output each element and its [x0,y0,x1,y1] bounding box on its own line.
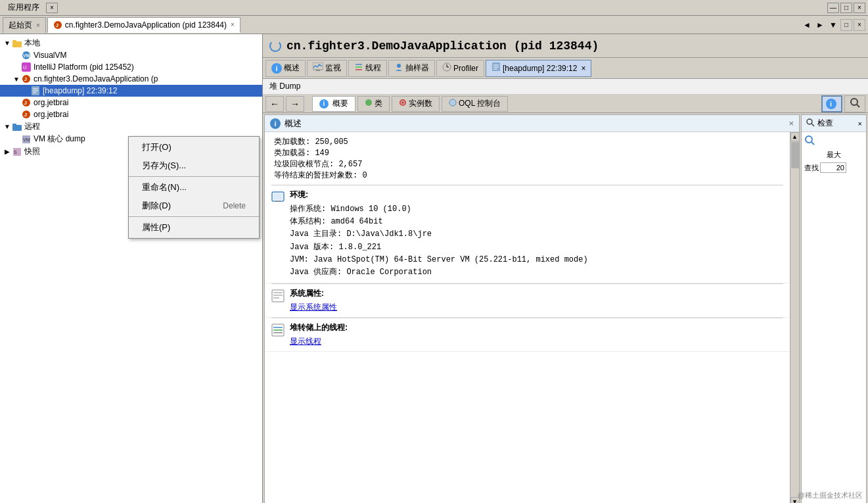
menu-item-open[interactable]: 打开(O) [129,138,259,156]
toolbar-btn-heapdump[interactable]: [heapdump] 22:39:12 × [486,60,591,77]
nav-restore-btn[interactable]: □ [840,19,852,31]
svg-point-42 [851,99,857,105]
svg-point-39 [401,101,404,104]
sys-props-title: 系统属性: [290,288,337,299]
menu-item-rename[interactable]: 重命名(N)... [129,178,259,197]
tab-app-icon: J [53,20,62,30]
search-btn[interactable] [844,95,865,112]
threads-section: 堆转储上的线程: 显示线程 [265,318,790,352]
nav-next-arrow[interactable]: ► [814,19,826,31]
window-maximize-btn[interactable]: □ [840,3,852,13]
sidebar-item-org2[interactable]: J org.jetbrai [0,108,262,120]
main-toolbar: i 概述 监视 线程 抽样器 [263,58,868,79]
app-title: cn.fighter3.DemoJavaApplication (pid 123… [286,39,599,53]
search-content: 最大 查找 [802,132,866,176]
org1-label: org.jetbrai [34,98,68,107]
tab-app[interactable]: J cn.fighter3.DemoJavaApplication (pid 1… [47,17,240,33]
env-arch-line: 体系结构: amd64 64bit [290,216,588,228]
sidebar-item-intellij[interactable]: IJ IntelliJ Platform (pid 125452) [0,61,262,73]
search-panel-close[interactable]: × [858,120,862,128]
info-btn[interactable]: i [821,95,842,112]
sampler-icon [394,62,403,74]
sidebar-item-local[interactable]: ▼ 本地 [0,37,262,49]
window-close-icon[interactable]: × [46,3,58,13]
toolbar-btn-profiler[interactable]: Profiler [436,60,484,77]
threads-icon [271,323,285,337]
watermark: @稀土掘金技术社区 [798,491,863,500]
context-menu: 打开(O) 另存为(S)... 重命名(N)... 删除(D) Delete 属… [128,136,260,239]
menu-sep1 [129,176,259,177]
sidebar-item-org1[interactable]: J org.jetbrai [0,97,262,108]
summary-tab-label: 概要 [332,98,348,109]
tab-btn-summary[interactable]: i 概要 [312,96,355,112]
search-find-row: 查找 [804,162,863,173]
tab-app-close[interactable]: × [231,21,235,28]
menu-delete-shortcut: Delete [223,201,246,210]
heapdump-tab-close[interactable]: × [581,64,585,73]
sys-props-section: 系统属性: 显示系统属性 [265,284,790,318]
top-tabbar: 起始页 × J cn.fighter3.DemoJavaApplication … [0,16,868,34]
thread-icon [354,62,363,74]
summary-header-icon: i [270,118,281,129]
menu-item-saveas[interactable]: 另存为(S)... [129,156,259,175]
org2-icon: J [21,109,32,120]
sys-props-link[interactable]: 显示系统属性 [290,302,337,312]
menu-delete-label: 删除(D) [142,200,171,212]
sidebar-item-visualvm[interactable]: VM VisualVM [0,49,262,61]
toolbar-btn-overview[interactable]: i 概述 [265,60,306,77]
stats-class-loader: 类加载器: 149 [274,147,781,158]
env-title: 环境: [290,189,588,201]
threads-content: 堆转储上的线程: 显示线程 [290,322,348,347]
summary-vscrollbar[interactable]: ▲ ▼ [790,132,799,503]
tab-start[interactable]: 起始页 × [3,17,46,33]
scroll-up-btn[interactable]: ▲ [790,132,800,141]
remote-label: 远程 [24,121,40,132]
window-close-btn[interactable]: × [854,3,865,13]
threads-link[interactable]: 显示线程 [290,337,321,346]
heapdump-tree-icon [30,85,41,96]
heapdump-tab-label: [heapdump] 22:39:12 [503,64,577,73]
toolbar-btn-thread[interactable]: 线程 [348,60,387,77]
sampler-label: 抽样器 [405,62,429,74]
monitor-label: 监视 [325,62,341,74]
search-find-label: 查找 [804,163,819,173]
env-section: 环境: 操作系统: Windows 10 (10.0) 体系结构: amd64 … [265,185,790,283]
forward-btn[interactable]: → [286,96,304,112]
tab-btn-class[interactable]: 类 [357,96,390,112]
summary-tab-icon: i [319,99,329,108]
tab-btn-oql[interactable]: OQL 控制台 [442,96,508,112]
svg-rect-47 [272,290,284,302]
summary-panel: i 概述 × 类加载数: 250,005 类加载器: 149 垃圾回收根节点: … [264,114,800,503]
menu-item-delete[interactable]: 删除(D) Delete [129,197,259,215]
menu-item-props[interactable]: 属性(P) [129,218,259,237]
sidebar-item-heapdump[interactable]: [heapdump] 22:39:12 [0,85,262,97]
nav-close-btn[interactable]: × [854,19,865,31]
summary-panel-title: 概述 [285,118,302,130]
toolbar-btn-sampler[interactable]: 抽样器 [388,60,435,77]
svg-rect-25 [316,70,320,71]
profiler-icon [442,62,451,74]
heapdump-tab-icon [491,62,501,74]
search-number-input[interactable] [820,162,846,173]
window-minimize-btn[interactable]: — [827,3,839,13]
sidebar-item-fighter3[interactable]: ▼ J cn.fighter3.DemoJavaApplication (p [0,73,262,85]
heapdump-label-text: 堆 Dump [269,82,300,91]
nav-prev-arrow[interactable]: ◄ [801,19,813,31]
back-arrow-icon: ← [270,99,279,109]
loading-spinner [269,40,281,52]
back-btn[interactable]: ← [265,96,284,112]
content-area: cn.fighter3.DemoJavaApplication (pid 123… [263,34,868,503]
overview-icon: i [271,63,282,74]
toolbar-btn-monitor[interactable]: 监视 [307,60,347,77]
nav-down-arrow[interactable]: ▼ [827,19,839,31]
intellij-icon: IJ [21,62,32,72]
tab-btn-instances[interactable]: 实例数 [392,96,440,112]
summary-panel-close[interactable]: × [788,118,794,128]
tab-start-close[interactable]: × [36,22,40,29]
stats-gc-roots: 垃圾回收根节点: 2,657 [274,158,781,170]
search-panel-scroll-area: ◄ ► [802,176,866,503]
svg-rect-2 [12,41,22,47]
env-jvm-line: JVM: Java HotSpot(TM) 64-Bit Server VM (… [290,254,588,266]
sidebar-item-remote[interactable]: ▼ 远程 [0,120,262,133]
vm-core-label: VM 核心 dump [34,133,85,145]
